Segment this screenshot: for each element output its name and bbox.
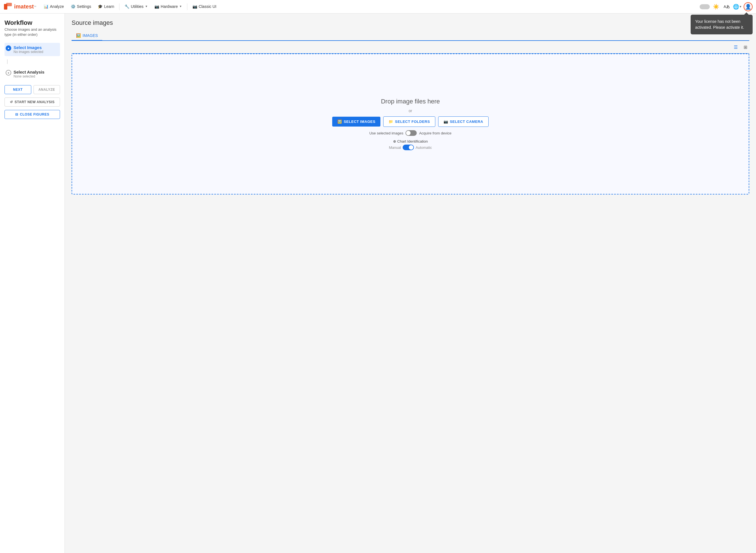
close-figures-button[interactable]: ⊟ CLOSE FIGURES (4, 110, 60, 119)
chart-id-manual-label: Manual (389, 145, 401, 150)
next-button[interactable]: NEXT (4, 85, 31, 94)
drop-zone-buttons: 🖼️ SELECT IMAGES 📁 SELECT FOLDERS 📷 SELE… (332, 116, 489, 127)
sidebar-title: Workflow (4, 19, 60, 26)
step1-label[interactable]: Select Images (13, 45, 43, 50)
chart-id-automatic-label: Automatic (416, 145, 432, 150)
classic-ui-label: Classic UI (199, 4, 217, 9)
main-layout: Workflow Choose images and an analysis t… (0, 13, 756, 553)
dark-mode-toggle[interactable] (700, 4, 710, 9)
chart-id-label-row: ⊕ Chart Identification (393, 139, 428, 144)
analyze-label: Analyze (50, 4, 64, 9)
license-tooltip: Your license has not been activated. Ple… (691, 15, 753, 34)
grid-view-btn[interactable]: ⊞ (741, 43, 749, 51)
select-folders-icon: 📁 (389, 120, 393, 124)
globe-icon-btn[interactable]: 🌐▼ (733, 2, 742, 11)
license-message: Your license has not been activated. Ple… (695, 19, 744, 29)
hardware-icon: 📷 (154, 4, 159, 9)
select-folders-button[interactable]: 📁 SELECT FOLDERS (383, 116, 435, 127)
nav-separator-2 (187, 3, 187, 10)
workflow-step-2[interactable]: ● Select Analysis None selected (4, 67, 60, 81)
start-new-label: START NEW ANALYSIS (15, 100, 55, 104)
navbar: imatest™ 📊 Analyze ⚙️ Settings 🎓 Learn 🔧… (0, 0, 756, 13)
start-new-analysis-button[interactable]: ↺ START NEW ANALYSIS (4, 97, 60, 106)
chart-id-toggle-row: Manual Automatic (389, 145, 432, 150)
nav-hardware[interactable]: 📷 Hardware ▼ (152, 0, 185, 13)
images-tab-label: IMAGES (83, 33, 98, 38)
tab-images[interactable]: 🖼️ IMAGES (72, 31, 102, 41)
nav-separator-1 (119, 3, 119, 10)
settings-label: Settings (77, 4, 91, 9)
select-images-button[interactable]: 🖼️ SELECT IMAGES (332, 117, 381, 127)
nav-analyze[interactable]: 📊 Analyze (41, 0, 67, 13)
step1-circle: ● (6, 46, 11, 51)
chart-identification-section: ⊕ Chart Identification Manual Automatic (389, 139, 432, 150)
drop-zone[interactable]: Drop image files here or 🖼️ SELECT IMAGE… (72, 54, 749, 194)
nav-learn[interactable]: 🎓 Learn (95, 0, 117, 13)
step2-circle: ● (6, 70, 11, 76)
language-icon-btn[interactable]: Aあ (722, 2, 731, 11)
select-images-label: SELECT IMAGES (344, 120, 375, 124)
settings-icon: ⚙️ (71, 4, 76, 9)
user-profile-btn[interactable]: 👤 (744, 2, 753, 11)
nav-settings[interactable]: ⚙️ Settings (68, 0, 94, 13)
source-toggle-thumb (406, 131, 411, 135)
utilities-icon: 🔧 (124, 4, 129, 9)
drop-zone-or: or (409, 108, 412, 113)
user-icon: 👤 (745, 4, 751, 10)
nav-classic-ui[interactable]: 📷 Classic UI (190, 0, 219, 13)
analyze-button[interactable]: ANALYZE (33, 85, 60, 94)
chart-id-label: Chart Identification (397, 139, 428, 144)
chart-id-toggle[interactable] (403, 145, 414, 150)
sidebar: Workflow Choose images and an analysis t… (0, 13, 65, 553)
utilities-dropdown-icon: ▼ (145, 5, 148, 8)
workflow-step-1[interactable]: ● Select Images No images selected (4, 43, 60, 56)
source-toggle-switch[interactable] (406, 130, 417, 136)
step1-sublabel: No images selected (13, 50, 43, 54)
view-controls: ☰ ⊞ (72, 41, 749, 54)
close-figures-icon: ⊟ (15, 112, 18, 116)
chart-id-toggle-thumb (409, 145, 413, 150)
learn-icon: 🎓 (98, 4, 102, 9)
learn-label: Learn (104, 4, 114, 9)
nav-utilities[interactable]: 🔧 Utilities ▼ (122, 0, 151, 13)
page-title: Source images (72, 19, 749, 26)
step2-label[interactable]: Select Analysis (13, 70, 45, 74)
logo[interactable]: imatest™ (3, 2, 36, 11)
select-camera-button[interactable]: 📷 SELECT CAMERA (438, 116, 489, 127)
logo-trademark: ™ (34, 5, 36, 8)
logo-text: imatest (14, 3, 34, 10)
select-camera-label: SELECT CAMERA (450, 120, 483, 124)
step1-text: Select Images No images selected (13, 45, 43, 54)
sun-icon-btn[interactable]: ☀️ (711, 2, 721, 11)
hardware-dropdown-icon: ▼ (179, 5, 182, 8)
start-new-icon: ↺ (10, 100, 13, 104)
text-size-icon: Aあ (724, 4, 730, 9)
tabs-row: 🖼️ IMAGES (72, 31, 749, 41)
utilities-label: Utilities (131, 4, 144, 9)
nav-right-controls: ☀️ Aあ 🌐▼ 👤 (700, 2, 753, 11)
select-images-icon: 🖼️ (337, 120, 342, 124)
hardware-label: Hardware (161, 4, 178, 9)
content-area: Source images 🖼️ IMAGES ☰ ⊞ Drop image f… (65, 13, 756, 553)
sidebar-subtitle: Choose images and an analysis type (in e… (4, 27, 60, 37)
workflow-connector (7, 60, 8, 64)
svg-rect-1 (6, 3, 12, 6)
select-camera-icon: 📷 (443, 120, 448, 124)
drop-zone-text: Drop image files here (381, 98, 440, 105)
step2-sublabel: None selected (13, 74, 45, 78)
close-figures-label: CLOSE FIGURES (20, 112, 49, 116)
list-view-btn[interactable]: ☰ (732, 43, 740, 51)
chart-id-plus-icon: ⊕ (393, 139, 396, 144)
select-folders-label: SELECT FOLDERS (395, 120, 430, 124)
action-buttons-row: NEXT ANALYZE (4, 85, 60, 94)
source-toggle-right-label: Acquire from device (419, 131, 451, 135)
source-toggle-left-label: Use selected images (369, 131, 404, 135)
analyze-icon: 📊 (44, 4, 49, 9)
step2-text: Select Analysis None selected (13, 70, 45, 78)
classic-ui-icon: 📷 (192, 4, 197, 9)
images-tab-icon: 🖼️ (76, 33, 81, 38)
source-toggle-row: Use selected images Acquire from device (369, 130, 452, 136)
